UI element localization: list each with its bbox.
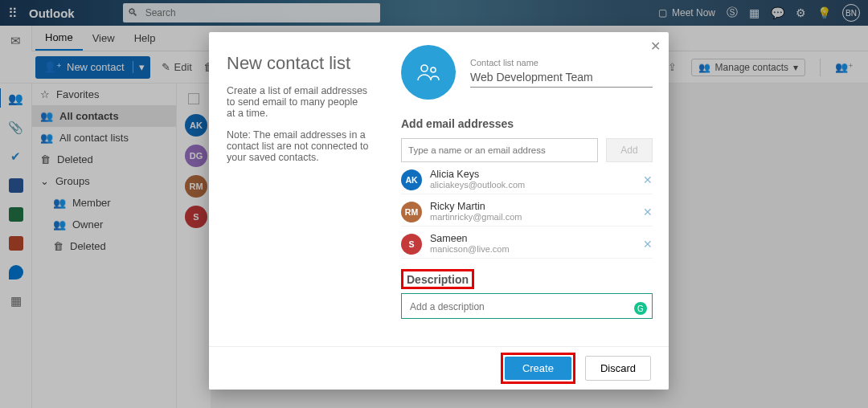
member-email: manicson@live.com — [430, 244, 635, 255]
member-row: RMRicky Martinmartinricky@gmail.com✕ — [401, 194, 653, 226]
modal-intro-2: Note: The email addresses in a contact l… — [227, 129, 369, 163]
description-heading: Description — [407, 273, 469, 286]
contact-list-name-input[interactable] — [470, 67, 653, 88]
remove-member-button[interactable]: ✕ — [643, 206, 653, 218]
member-row: SSameenmanicson@live.com✕ — [401, 226, 653, 259]
member-row: AKAlicia Keysaliciakeys@outlook.com✕ — [401, 162, 653, 194]
member-avatar: S — [401, 234, 422, 255]
people-group-icon — [416, 63, 440, 82]
contact-list-avatar — [401, 45, 456, 100]
add-email-button[interactable]: Add — [606, 138, 653, 162]
name-field-label: Contact list name — [470, 58, 653, 67]
remove-member-button[interactable]: ✕ — [643, 238, 653, 251]
member-avatar: RM — [401, 202, 422, 222]
svg-point-1 — [431, 67, 436, 72]
grammarly-icon[interactable]: G — [634, 302, 647, 315]
remove-member-button[interactable]: ✕ — [643, 173, 653, 186]
member-name: Ricky Martin — [430, 201, 635, 212]
new-contact-list-modal: ✕ New contact list Create a list of emai… — [209, 32, 669, 390]
member-name: Alicia Keys — [430, 169, 635, 180]
member-avatar: AK — [401, 169, 422, 190]
svg-point-0 — [421, 65, 428, 71]
description-input[interactable] — [408, 300, 645, 313]
email-address-input[interactable] — [401, 138, 598, 162]
create-button[interactable]: Create — [505, 357, 571, 380]
member-email: martinricky@gmail.com — [430, 212, 635, 222]
member-name: Sameen — [430, 233, 635, 244]
member-email: aliciakeys@outlook.com — [430, 180, 635, 190]
discard-button[interactable]: Discard — [585, 356, 651, 381]
modal-title: New contact list — [227, 53, 369, 74]
add-emails-heading: Add email addresses — [401, 117, 653, 130]
modal-intro-1: Create a list of email addresses to send… — [227, 85, 369, 119]
